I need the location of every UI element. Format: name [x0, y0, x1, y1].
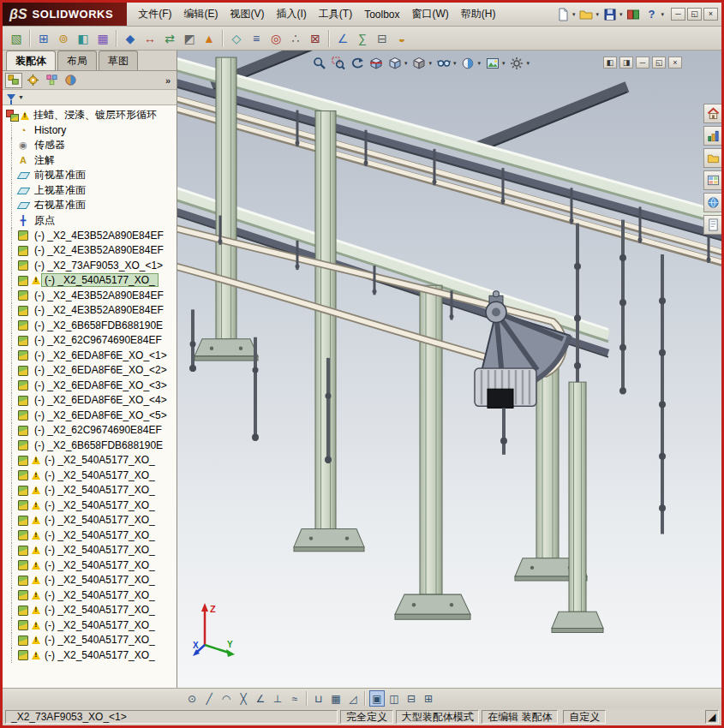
tree-item[interactable]: (-) _X2_6EDA8F6E_XO_<1> — [5, 348, 177, 363]
snap-angle-button[interactable]: ◿ — [345, 690, 361, 707]
close-button[interactable]: × — [703, 8, 718, 21]
file-explorer-tab[interactable] — [703, 148, 721, 168]
tree-item[interactable]: 前视基准面 — [5, 168, 177, 183]
insert-components-button[interactable]: ⊞ — [34, 29, 53, 48]
pane-right-button[interactable]: ◨ — [619, 57, 633, 69]
menu-item-8[interactable]: 帮助(H) — [455, 3, 502, 25]
edit-component-button[interactable]: ▧ — [7, 29, 26, 48]
tab-草图[interactable]: 草图 — [99, 51, 138, 70]
menu-item-4[interactable]: 插入(I) — [271, 3, 313, 25]
view-settings-button[interactable] — [508, 55, 526, 71]
tree-item[interactable]: (-) _X2_6B658FDB688190E — [5, 318, 177, 333]
statusbar-toggle-icon[interactable]: ◢ — [705, 710, 719, 724]
tree-item[interactable]: (-) _X2_540A5177_XO_ — [5, 633, 177, 648]
tree-item[interactable]: (-) _X2_540A5177_XO_ — [5, 483, 177, 498]
apply-scene-caret-icon[interactable]: ▾ — [502, 60, 506, 67]
tree-item[interactable]: (-) _X2_540A5177_XO_ — [5, 647, 177, 663]
assembly-features-button[interactable]: ▲ — [200, 29, 218, 48]
status-customize[interactable]: 自定义 — [563, 710, 606, 724]
two-viewport-vertical-button[interactable]: ⊟ — [404, 690, 419, 707]
perpendicular-snap-button[interactable]: ⊥ — [270, 690, 285, 707]
menu-item-3[interactable]: 视图(V) — [224, 3, 271, 25]
zoom-area-button[interactable] — [329, 55, 347, 71]
open-document-caret-icon[interactable]: ▾ — [595, 11, 599, 18]
tree-item[interactable]: (-) _X2_6EDA8F6E_XO_<4> — [5, 393, 177, 409]
hv-snap-button[interactable]: ⊔ — [311, 690, 326, 707]
close-document-button[interactable]: × — [668, 57, 682, 69]
displaymanager-tab[interactable] — [62, 73, 79, 88]
display-style-button[interactable] — [410, 55, 428, 71]
restore-document-button[interactable]: ◱ — [652, 57, 666, 69]
menu-item-2[interactable]: 编辑(E) — [178, 3, 224, 25]
four-viewport-button[interactable]: ⊞ — [421, 690, 436, 707]
point-snap-button[interactable]: ⊙ — [184, 690, 200, 707]
hide-show-items-button[interactable] — [434, 55, 452, 71]
edit-appearance-button[interactable] — [459, 55, 477, 71]
motion-study-button[interactable]: ◒ — [392, 29, 411, 48]
view-toggle-icon[interactable] — [625, 6, 642, 23]
menu-item-5[interactable]: 工具(T) — [313, 3, 358, 25]
apply-scene-button[interactable] — [483, 55, 501, 71]
tree-item[interactable]: (-) _X2_4E3B52A890E84EF — [5, 288, 177, 303]
component-preview-button[interactable]: ◧ — [74, 29, 93, 48]
expand-panel-button[interactable]: » — [162, 75, 174, 86]
tree-item[interactable]: (-) _X2_6EDA8F6E_XO_<2> — [5, 363, 177, 379]
tree-item[interactable]: (-) _X2_540A5177_XO_ — [5, 618, 177, 633]
smart-fasteners-button[interactable]: ◆ — [121, 29, 140, 48]
line-snap-button[interactable]: ╱ — [201, 690, 217, 707]
tree-item[interactable]: (-) _X2_540A5177_XO_ — [5, 468, 177, 483]
measure-button[interactable]: ∠ — [333, 29, 352, 48]
section-view-button[interactable] — [367, 55, 385, 71]
tree-item[interactable]: 挂蜡、浸漆、镀层环形循环 — [5, 108, 177, 123]
save-document-caret-icon[interactable]: ▾ — [619, 11, 623, 18]
tree-item[interactable]: (-) _X2_73AF9053_XO_<1> — [5, 258, 177, 273]
menu-item-6[interactable]: Toolbox — [358, 5, 405, 24]
zoom-fit-button[interactable] — [310, 55, 328, 71]
featuremanager-tab[interactable] — [5, 73, 22, 88]
tree-item[interactable]: (-) _X2_4E3B52A890E84EF — [5, 243, 177, 259]
show-hidden-components-button[interactable]: ◩ — [180, 29, 199, 48]
tree-item[interactable]: ◉传感器 — [5, 138, 177, 153]
appearances-scenes-tab[interactable] — [703, 193, 721, 212]
tree-item[interactable]: (-) _X2_4E3B52A890E84EF — [5, 228, 177, 243]
solidworks-resources-tab[interactable] — [703, 104, 721, 123]
arc-snap-button[interactable]: ◠ — [218, 690, 234, 707]
restore-button[interactable]: ◱ — [687, 8, 702, 21]
tree-item[interactable]: ╋原点 — [5, 213, 177, 229]
tree-item[interactable]: (-) _X2_6EDA8F6E_XO_<3> — [5, 378, 177, 393]
tree-item[interactable]: A注解 — [5, 153, 177, 169]
rotate-component-button[interactable]: ⇄ — [160, 29, 179, 48]
filter-icon[interactable] — [7, 94, 15, 100]
grid-snap-button[interactable]: ▦ — [328, 690, 344, 707]
tree-item[interactable]: (-) _X2_6B658FDB688190E — [5, 438, 177, 453]
previous-view-button[interactable] — [348, 55, 366, 71]
filter-caret-icon[interactable]: ▼ — [18, 94, 24, 100]
open-document-icon[interactable] — [577, 6, 595, 23]
intersection-snap-button[interactable]: ╳ — [236, 690, 251, 707]
minimize-button[interactable]: ─ — [671, 8, 685, 21]
explode-line-sketch-button[interactable]: ∴ — [286, 29, 305, 48]
section-properties-button[interactable]: ⊟ — [373, 29, 392, 48]
tree-item[interactable]: 上视基准面 — [5, 183, 177, 199]
tree-item[interactable]: 右视基准面 — [5, 198, 177, 213]
tree-item[interactable]: (-) _X2_540A5177_XO_ — [5, 558, 177, 573]
edit-appearance-caret-icon[interactable]: ▾ — [478, 60, 482, 67]
tree-item[interactable]: (-) _X2_540A5177_XO_ — [5, 543, 177, 558]
custom-properties-tab[interactable] — [703, 215, 721, 235]
display-style-caret-icon[interactable]: ▾ — [429, 60, 433, 67]
interference-detection-button[interactable]: ⊠ — [306, 29, 325, 48]
tree-item[interactable]: (-) _X2_540A5177_XO_ — [5, 588, 177, 603]
tree-item[interactable]: (-) _X2_6EDA8F6E_XO_<5> — [5, 408, 177, 423]
3d-model-conveyor-assembly[interactable] — [177, 51, 721, 688]
tab-布局[interactable]: 布局 — [57, 51, 97, 70]
exploded-view-button[interactable]: ◎ — [266, 29, 285, 48]
two-viewport-horizontal-button[interactable]: ◫ — [386, 690, 402, 707]
tree-item[interactable]: (-) _X2_62C9674690E84EF — [5, 333, 177, 349]
minimize-document-button[interactable]: ─ — [636, 57, 649, 69]
tree-item[interactable]: (-) _X2_62C9674690E84EF — [5, 423, 177, 439]
save-document-icon[interactable] — [601, 6, 619, 23]
view-palette-tab[interactable] — [703, 170, 721, 190]
view-settings-caret-icon[interactable]: ▾ — [527, 60, 530, 67]
help-icon[interactable]: ? — [643, 6, 660, 23]
tree-item[interactable]: (-) _X2_540A5177_XO_ — [5, 453, 177, 468]
